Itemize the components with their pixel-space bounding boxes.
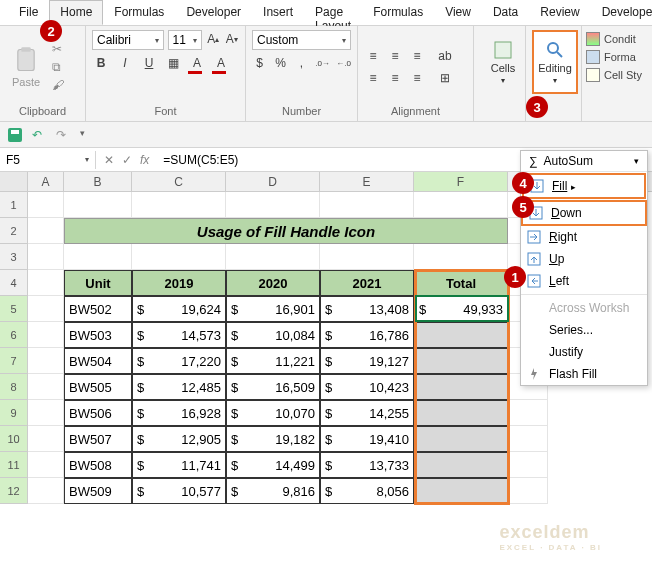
inc-decimal-icon[interactable]: .0→ xyxy=(315,54,330,72)
align-left-icon[interactable]: ≡ xyxy=(364,69,382,87)
cell-unit[interactable]: BW503 xyxy=(64,322,132,348)
format-as-table-button[interactable]: Forma xyxy=(586,50,642,64)
bold-button[interactable]: B xyxy=(92,54,110,72)
comma-icon[interactable]: , xyxy=(294,54,309,72)
fill-series[interactable]: Series... xyxy=(521,319,647,341)
cell-total[interactable] xyxy=(414,478,508,504)
cell-y3[interactable]: $13,408 xyxy=(320,296,414,322)
row-header[interactable]: 2 xyxy=(0,218,28,244)
cell-y3[interactable]: $14,255 xyxy=(320,400,414,426)
merge-icon[interactable]: ⊞ xyxy=(436,69,454,87)
conditional-formatting-button[interactable]: Condit xyxy=(586,32,642,46)
cell-y2[interactable]: $9,816 xyxy=(226,478,320,504)
header-2019[interactable]: 2019 xyxy=(132,270,226,296)
undo-icon[interactable]: ↶ xyxy=(32,128,46,142)
enter-icon[interactable]: ✓ xyxy=(122,153,132,167)
tab-data[interactable]: Data xyxy=(482,0,529,25)
number-format-combo[interactable]: Custom▾ xyxy=(252,30,351,50)
col-c[interactable]: C xyxy=(132,172,226,191)
cell-y1[interactable]: $17,220 xyxy=(132,348,226,374)
cut-icon[interactable]: ✂ xyxy=(52,42,70,56)
tab-page-layout[interactable]: Page Layout xyxy=(304,0,362,25)
tab-formulas2[interactable]: Formulas xyxy=(362,0,434,25)
fx-icon[interactable]: fx xyxy=(140,153,149,167)
percent-icon[interactable]: % xyxy=(273,54,288,72)
cell-total[interactable] xyxy=(414,426,508,452)
tab-developer[interactable]: Developer xyxy=(175,0,252,25)
paste-button[interactable]: Paste xyxy=(6,46,46,88)
autosum-button[interactable]: ∑AutoSum▾ xyxy=(521,151,647,172)
cell-y2[interactable]: $16,509 xyxy=(226,374,320,400)
row-header[interactable]: 3 xyxy=(0,244,28,270)
font-color-icon[interactable]: A xyxy=(212,54,230,72)
tab-developer2[interactable]: Developer xyxy=(591,0,652,25)
cell-unit[interactable]: BW507 xyxy=(64,426,132,452)
cell-y1[interactable]: $16,928 xyxy=(132,400,226,426)
col-f[interactable]: F xyxy=(414,172,508,191)
row-header[interactable]: 7 xyxy=(0,348,28,374)
cell-y3[interactable]: $10,423 xyxy=(320,374,414,400)
cells-button[interactable]: Cells▾ xyxy=(480,30,526,94)
font-name-combo[interactable]: Calibri▾ xyxy=(92,30,164,50)
header-2020[interactable]: 2020 xyxy=(226,270,320,296)
align-right-icon[interactable]: ≡ xyxy=(408,69,426,87)
row-header[interactable]: 4 xyxy=(0,270,28,296)
cell-y2[interactable]: $11,221 xyxy=(226,348,320,374)
border-icon[interactable]: ▦ xyxy=(164,54,182,72)
cell-y2[interactable]: $10,084 xyxy=(226,322,320,348)
tab-review[interactable]: Review xyxy=(529,0,590,25)
cell-total[interactable]: $49,933 xyxy=(414,296,508,322)
cell-y1[interactable]: $19,624 xyxy=(132,296,226,322)
italic-button[interactable]: I xyxy=(116,54,134,72)
dec-font-icon[interactable]: A▾ xyxy=(224,30,239,48)
cell-unit[interactable]: BW504 xyxy=(64,348,132,374)
tab-insert[interactable]: Insert xyxy=(252,0,304,25)
fill-color-icon[interactable]: A xyxy=(188,54,206,72)
fill-down[interactable]: Down xyxy=(523,202,645,224)
row-header[interactable]: 1 xyxy=(0,192,28,218)
cell-total[interactable] xyxy=(414,348,508,374)
cell-y3[interactable]: $19,410 xyxy=(320,426,414,452)
cell-y1[interactable]: $12,485 xyxy=(132,374,226,400)
col-a[interactable]: A xyxy=(28,172,64,191)
cell-unit[interactable]: BW506 xyxy=(64,400,132,426)
cell-y2[interactable]: $10,070 xyxy=(226,400,320,426)
cell-y2[interactable]: $19,182 xyxy=(226,426,320,452)
qat-dropdown-icon[interactable]: ▾ xyxy=(80,128,94,142)
copy-icon[interactable]: ⧉ xyxy=(52,60,70,74)
inc-font-icon[interactable]: A▴ xyxy=(206,30,221,48)
cell-y1[interactable]: $14,573 xyxy=(132,322,226,348)
cell-unit[interactable]: BW505 xyxy=(64,374,132,400)
row-header[interactable]: 6 xyxy=(0,322,28,348)
format-painter-icon[interactable]: 🖌 xyxy=(52,78,70,92)
row-header[interactable]: 9 xyxy=(0,400,28,426)
cancel-icon[interactable]: ✕ xyxy=(104,153,114,167)
header-2021[interactable]: 2021 xyxy=(320,270,414,296)
col-e[interactable]: E xyxy=(320,172,414,191)
header-total[interactable]: Total xyxy=(414,270,508,296)
cell-y1[interactable]: $11,741 xyxy=(132,452,226,478)
cell-total[interactable] xyxy=(414,452,508,478)
wrap-text-icon[interactable]: ab xyxy=(436,47,454,65)
save-icon[interactable] xyxy=(8,128,22,142)
fill-up[interactable]: Up xyxy=(521,248,647,270)
select-all-corner[interactable] xyxy=(0,172,28,191)
align-top-icon[interactable]: ≡ xyxy=(364,47,382,65)
row-header[interactable]: 11 xyxy=(0,452,28,478)
col-d[interactable]: D xyxy=(226,172,320,191)
cell-total[interactable] xyxy=(414,374,508,400)
cell-y1[interactable]: $12,905 xyxy=(132,426,226,452)
cell-y3[interactable]: $8,056 xyxy=(320,478,414,504)
header-unit[interactable]: Unit xyxy=(64,270,132,296)
cell-y1[interactable]: $10,577 xyxy=(132,478,226,504)
dec-decimal-icon[interactable]: ←.0 xyxy=(336,54,351,72)
font-size-combo[interactable]: 11▾ xyxy=(168,30,202,50)
col-b[interactable]: B xyxy=(64,172,132,191)
cell-unit[interactable]: BW509 xyxy=(64,478,132,504)
underline-button[interactable]: U xyxy=(140,54,158,72)
currency-icon[interactable]: $ xyxy=(252,54,267,72)
editing-button[interactable]: Editing▾ xyxy=(532,30,578,94)
align-center-icon[interactable]: ≡ xyxy=(386,69,404,87)
cell-y3[interactable]: $13,733 xyxy=(320,452,414,478)
name-box[interactable]: F5▾ xyxy=(0,151,96,169)
